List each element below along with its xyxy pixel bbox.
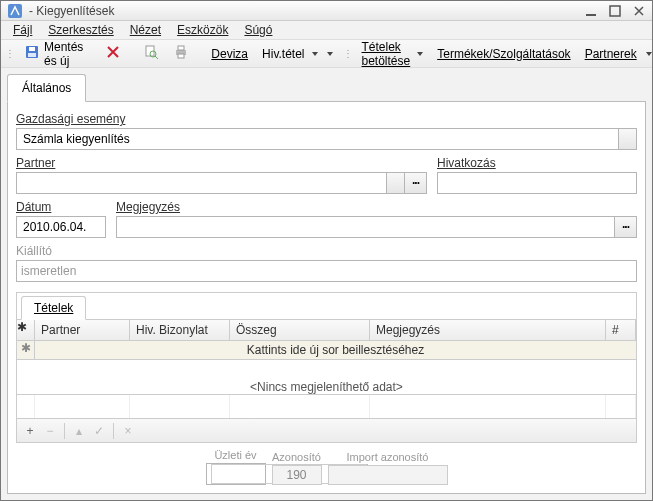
import-id-label: Import azonosító [347, 451, 429, 463]
grid-newrow-text: Kattints ide új sor beillesztéséhez [35, 341, 636, 359]
event-dropdown-button[interactable] [618, 129, 636, 149]
app-icon [7, 3, 23, 19]
check-icon: ✓ [94, 424, 104, 438]
grid-col-refdoc[interactable]: Hiv. Bizonylat [130, 320, 230, 340]
delete-icon [105, 44, 121, 63]
grid-empty-text: <Nincs megjeleníthető adat> [17, 360, 636, 394]
tab-panel-general: Gazdasági esemény Partner ··· [7, 102, 646, 494]
toolbar-overflow-1[interactable] [325, 52, 333, 56]
cancel-icon: × [124, 424, 131, 438]
minimize-button[interactable] [584, 4, 598, 18]
grid-accept-button[interactable]: ✓ [90, 422, 108, 440]
menu-tools[interactable]: Eszközök [171, 21, 234, 39]
reference-label: Hivatkozás [437, 156, 637, 170]
grid-summary-bar [17, 394, 636, 418]
items-grid: Tételek ✱ Partner Hiv. Bizonylat Összeg … [16, 292, 637, 443]
load-items-button[interactable]: Tételek betöltése [355, 37, 431, 71]
event-label: Gazdasági esemény [16, 112, 637, 126]
content-area: Általános Gazdasági esemény Partner [1, 68, 652, 500]
issuer-label: Kiállító [16, 244, 637, 258]
grid-new-row[interactable]: ✱ Kattints ide új sor beillesztéséhez [17, 341, 636, 360]
grid-remove-button[interactable]: − [41, 422, 59, 440]
app-window: - Kiegyenlítések Fájl Szerkesztés Nézet … [0, 0, 653, 501]
save-new-button[interactable]: Mentés és új [17, 37, 90, 71]
year-label: Üzleti év [214, 449, 256, 461]
event-combo[interactable] [16, 128, 637, 150]
svg-rect-11 [178, 54, 184, 58]
menu-help[interactable]: Súgó [238, 21, 278, 39]
ref-item-label: Hiv.tétel [262, 47, 304, 61]
chevron-down-icon [417, 52, 423, 56]
grid-header: ✱ Partner Hiv. Bizonylat Összeg Megjegyz… [17, 320, 636, 341]
date-picker[interactable] [16, 216, 106, 238]
ref-item-button[interactable]: Hiv.tétel [255, 44, 324, 64]
reference-input[interactable] [437, 172, 637, 194]
menubar: Fájl Szerkesztés Nézet Eszközök Súgó [1, 21, 652, 40]
window-title: - Kiegyenlítések [29, 4, 584, 18]
year-combo[interactable] [206, 463, 266, 485]
date-label: Dátum [16, 200, 106, 214]
svg-rect-5 [28, 53, 36, 57]
partner-input[interactable] [21, 173, 386, 193]
partners-button[interactable]: Partnerek [578, 44, 644, 64]
delete-button[interactable] [98, 41, 128, 66]
tab-general[interactable]: Általános [7, 74, 86, 102]
grid-col-note[interactable]: Megjegyzés [370, 320, 606, 340]
chevron-down-icon [312, 52, 318, 56]
print-button[interactable] [166, 41, 196, 66]
titlebar: - Kiegyenlítések [1, 1, 652, 21]
load-items-label: Tételek betöltése [362, 40, 411, 68]
menu-view[interactable]: Nézet [124, 21, 167, 39]
grid-edit-begin-button[interactable]: ▴ [70, 422, 88, 440]
id-label: Azonosító [272, 451, 321, 463]
maximize-button[interactable] [608, 4, 622, 18]
partner-dropdown-button[interactable] [386, 173, 404, 193]
grid-tab-items[interactable]: Tételek [21, 296, 86, 320]
save-icon [24, 44, 40, 63]
toolbar: ⋮ Mentés és új Deviza Hiv.tétel ⋮ Tétele… [1, 40, 652, 68]
plus-icon: + [26, 424, 33, 438]
import-id-input [328, 465, 448, 485]
products-button[interactable]: Termékek/Szolgáltatások [430, 44, 577, 64]
svg-rect-10 [178, 46, 184, 50]
grid-col-partner[interactable]: Partner [35, 320, 130, 340]
grid-nav-toolbar: + − ▴ ✓ × [17, 418, 636, 442]
partner-label: Partner [16, 156, 427, 170]
currency-button[interactable]: Deviza [204, 44, 255, 64]
grid-col-hash[interactable]: # [606, 320, 636, 340]
magnifier-icon [143, 44, 159, 63]
note-field[interactable]: ··· [116, 216, 637, 238]
products-label: Termékek/Szolgáltatások [437, 47, 570, 61]
grid-col-amount[interactable]: Összeg [230, 320, 370, 340]
triangle-icon: ▴ [76, 424, 82, 438]
partner-combo[interactable]: ··· [16, 172, 427, 194]
note-label: Megjegyzés [116, 200, 637, 214]
event-input[interactable] [21, 129, 618, 149]
close-button[interactable] [632, 4, 646, 18]
printer-icon [173, 44, 189, 63]
toolbar-grip: ⋮ [3, 48, 17, 59]
grid-cancel-button[interactable]: × [119, 422, 137, 440]
print-preview-button[interactable] [136, 41, 166, 66]
save-new-label: Mentés és új [44, 40, 83, 68]
footer: Üzleti év Azonosító Import azonosító [16, 443, 637, 487]
svg-rect-2 [610, 6, 620, 16]
partners-label: Partnerek [585, 47, 637, 61]
tabstrip: Általános [7, 74, 646, 102]
grid-add-button[interactable]: + [21, 422, 39, 440]
svg-rect-4 [29, 47, 35, 51]
newrow-marker-icon: ✱ [17, 341, 35, 359]
id-input [272, 465, 322, 485]
issuer-input [16, 260, 637, 282]
svg-rect-1 [586, 14, 596, 16]
partner-browse-button[interactable]: ··· [404, 173, 426, 193]
currency-label: Deviza [211, 47, 248, 61]
svg-line-8 [155, 56, 158, 59]
note-browse-button[interactable]: ··· [614, 217, 636, 237]
grid-rowselector-header[interactable]: ✱ [17, 320, 35, 340]
minus-icon: − [46, 424, 53, 438]
toolbar-grip-2: ⋮ [341, 48, 355, 59]
note-input[interactable] [121, 217, 614, 237]
toolbar-overflow-2[interactable] [644, 52, 652, 56]
